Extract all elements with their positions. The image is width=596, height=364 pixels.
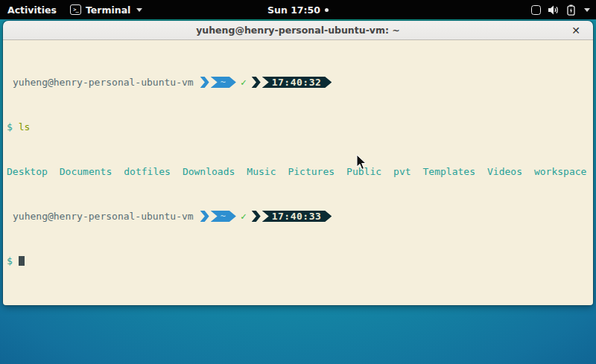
current-input-line[interactable]: $ (7, 255, 589, 266)
directory-name: Public (346, 166, 381, 177)
powerline-chevron-icon (252, 77, 261, 88)
command-line: $ ls (7, 121, 589, 132)
status-check-icon: ✓ (241, 211, 247, 222)
app-menu-label: Terminal (86, 4, 130, 16)
powerline-chevron-icon (200, 211, 209, 222)
prompt-char: $ (7, 121, 13, 132)
notification-dot (325, 8, 329, 12)
clock-button[interactable]: Sun 17:50 (267, 4, 329, 16)
prompt-char: $ (7, 255, 13, 266)
prompt-line-1: yuheng@henry-personal-ubuntu-vm ~ ✓ 17:4… (7, 77, 589, 88)
gnome-top-bar: Activities >_ Terminal Sun 17:50 (0, 0, 596, 19)
directory-name: pvt (393, 166, 410, 177)
terminal-icon: >_ (70, 4, 81, 15)
directory-name: Documents (60, 166, 112, 177)
prompt-cwd-segment: ~ (211, 77, 236, 88)
powerline-chevron-icon (200, 77, 209, 88)
app-menu-terminal[interactable]: >_ Terminal (70, 4, 142, 16)
powerline-chevron-icon (252, 211, 261, 222)
prompt-line-2: yuheng@henry-personal-ubuntu-vm ~ ✓ 17:4… (7, 211, 589, 222)
clock-label: Sun 17:50 (267, 4, 320, 16)
directory-name: Music (247, 166, 276, 177)
prompt-user-host: yuheng@henry-personal-ubuntu-vm (7, 77, 194, 88)
window-title: yuheng@henry-personal-ubuntu-vm: ~ (196, 25, 400, 36)
close-icon[interactable]: ✕ (568, 21, 584, 40)
prompt-cwd-segment: ~ (211, 211, 236, 222)
directory-name: Pictures (288, 166, 335, 177)
directory-name: Desktop (7, 166, 48, 177)
activities-button[interactable]: Activities (7, 4, 57, 16)
terminal-output-area[interactable]: yuheng@henry-personal-ubuntu-vm ~ ✓ 17:4… (3, 40, 593, 305)
prompt-user-host: yuheng@henry-personal-ubuntu-vm (7, 211, 194, 222)
typed-command: ls (19, 121, 31, 132)
prompt-time-segment: 17:40:33 (262, 211, 332, 222)
battery-charging-icon (567, 4, 575, 16)
directory-name: dotfiles (124, 166, 171, 177)
status-check-icon: ✓ (241, 77, 247, 88)
text-cursor (19, 256, 25, 266)
system-status-area[interactable] (531, 0, 590, 19)
directory-name: Videos (487, 166, 522, 177)
prompt-time-segment: 17:40:32 (262, 77, 332, 88)
volume-icon (548, 5, 559, 15)
chevron-down-icon (136, 8, 142, 12)
directory-name: workspace (534, 166, 586, 177)
screen-icon (531, 5, 541, 15)
ls-output-line: Desktop Documents dotfiles Downloads Mus… (7, 166, 589, 177)
chevron-down-icon (584, 8, 590, 12)
directory-name: Downloads (183, 166, 235, 177)
terminal-window: yuheng@henry-personal-ubuntu-vm: ~ ✕ yuh… (3, 21, 593, 305)
terminal-titlebar[interactable]: yuheng@henry-personal-ubuntu-vm: ~ ✕ (3, 21, 593, 40)
directory-name: Templates (423, 166, 475, 177)
